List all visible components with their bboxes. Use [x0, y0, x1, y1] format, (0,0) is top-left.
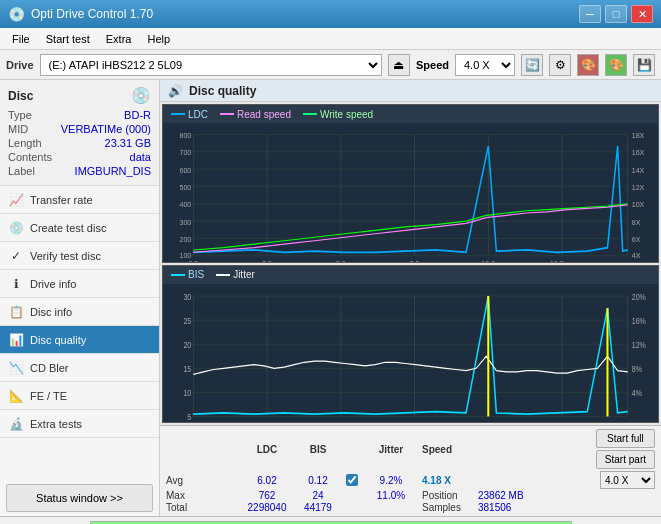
svg-text:6X: 6X — [632, 234, 641, 244]
sidebar-item-transfer-rate[interactable]: 📈 Transfer rate — [0, 186, 159, 214]
sidebar-item-create-test-disc[interactable]: 💿 Create test disc — [0, 214, 159, 242]
svg-text:10X: 10X — [632, 200, 645, 210]
fe-te-label: FE / TE — [30, 390, 67, 402]
sidebar-item-drive-info[interactable]: ℹ Drive info — [0, 270, 159, 298]
svg-text:12%: 12% — [632, 340, 646, 350]
settings-button[interactable]: ⚙ — [549, 54, 571, 76]
svg-text:500: 500 — [179, 182, 191, 192]
chart-icon: 🔊 — [168, 84, 183, 98]
disc-quality-icon: 📊 — [8, 333, 24, 347]
chart2: BIS Jitter — [162, 265, 659, 424]
chart2-legend: BIS Jitter — [163, 266, 658, 284]
menu-help[interactable]: Help — [139, 31, 178, 47]
contents-value: data — [130, 151, 151, 163]
jitter-legend-label: Jitter — [233, 269, 255, 280]
svg-text:7.5: 7.5 — [410, 420, 420, 422]
bis-legend: BIS — [171, 269, 204, 280]
ldc-header: LDC — [242, 444, 292, 455]
disc-icon: 💿 — [131, 86, 151, 105]
maximize-button[interactable]: □ — [605, 5, 627, 23]
svg-text:0.0: 0.0 — [188, 420, 198, 422]
samples-label: Samples — [422, 502, 472, 513]
drive-label: Drive — [6, 59, 34, 71]
jitter-header: Jitter — [366, 444, 416, 455]
stats-total-row: Total 2298040 44179 Samples 381506 — [166, 502, 655, 513]
progress-bar — [90, 521, 572, 525]
sidebar-item-verify-test-disc[interactable]: ✓ Verify test disc — [0, 242, 159, 270]
menu-extra[interactable]: Extra — [98, 31, 140, 47]
type-value: BD-R — [124, 109, 151, 121]
speed-right-select[interactable]: 4.0 X — [600, 471, 655, 489]
chart2-body: 30 25 20 15 10 5 20% 16% 12% 8% 4% 0.0 — [163, 284, 658, 423]
drive-info-label: Drive info — [30, 278, 76, 290]
sidebar-item-extra-tests[interactable]: 🔬 Extra tests — [0, 410, 159, 438]
color-button1[interactable]: 🎨 — [577, 54, 599, 76]
svg-text:10.0: 10.0 — [481, 420, 495, 422]
avg-speed: 4.18 X — [422, 475, 451, 486]
svg-text:18X: 18X — [632, 131, 645, 141]
sidebar-item-cd-bler[interactable]: 📉 CD Bler — [0, 354, 159, 382]
svg-text:16X: 16X — [632, 148, 645, 158]
svg-text:8X: 8X — [632, 217, 641, 227]
sidebar-item-disc-quality[interactable]: 📊 Disc quality — [0, 326, 159, 354]
menu-start-test[interactable]: Start test — [38, 31, 98, 47]
svg-text:800: 800 — [179, 131, 191, 141]
avg-label: Avg — [166, 475, 236, 486]
app-icon: 💿 — [8, 6, 25, 22]
svg-text:300: 300 — [179, 217, 191, 227]
extra-tests-label: Extra tests — [30, 418, 82, 430]
action-buttons: Start full Start part — [596, 429, 655, 469]
sidebar-item-disc-info[interactable]: 📋 Disc info — [0, 298, 159, 326]
stats-avg-row: Avg 6.02 0.12 9.2% 4.18 X 4.0 X — [166, 471, 655, 489]
total-label: Total — [166, 502, 236, 513]
stats-headers: LDC BIS Jitter Speed Start full Start pa… — [166, 429, 655, 469]
drive-select[interactable]: (E:) ATAPI iHBS212 2 5L09 — [40, 54, 382, 76]
status-window-button[interactable]: Status window >> — [6, 484, 153, 512]
sidebar: Disc 💿 Type BD-R MID VERBATIMe (000) Len… — [0, 80, 160, 516]
minimize-button[interactable]: ─ — [579, 5, 601, 23]
svg-text:2.5: 2.5 — [262, 420, 272, 422]
start-part-button[interactable]: Start part — [596, 450, 655, 469]
samples-value: 381506 — [478, 502, 655, 513]
total-bis: 44179 — [298, 502, 338, 513]
speed-select[interactable]: 4.0 X 1.0 X 2.0 X 8.0 X — [455, 54, 515, 76]
status-bar: Test completed 100.0% 33:15 — [0, 516, 661, 524]
save-button[interactable]: 💾 — [633, 54, 655, 76]
extra-tests-icon: 🔬 — [8, 417, 24, 431]
speed-label: Speed — [416, 59, 449, 71]
avg-ldc: 6.02 — [242, 475, 292, 486]
max-label: Max — [166, 490, 236, 501]
svg-text:12.5: 12.5 — [550, 420, 564, 422]
disc-quality-label: Disc quality — [30, 334, 86, 346]
svg-text:8%: 8% — [632, 364, 642, 374]
eject-button[interactable]: ⏏ — [388, 54, 410, 76]
ldc-legend: LDC — [171, 109, 208, 120]
write-speed-label: Write speed — [320, 109, 373, 120]
refresh-button[interactable]: 🔄 — [521, 54, 543, 76]
svg-text:0.0: 0.0 — [188, 259, 198, 262]
jitter-checkbox[interactable] — [346, 474, 358, 486]
stats-max-row: Max 762 24 11.0% Position 23862 MB — [166, 490, 655, 501]
close-button[interactable]: ✕ — [631, 5, 653, 23]
menu-file[interactable]: File — [4, 31, 38, 47]
content-area: 🔊 Disc quality LDC Read speed — [160, 80, 661, 516]
read-speed-legend: Read speed — [220, 109, 291, 120]
start-full-button[interactable]: Start full — [596, 429, 655, 448]
main-layout: Disc 💿 Type BD-R MID VERBATIMe (000) Len… — [0, 80, 661, 516]
speed-display-right: 4.0 X — [478, 471, 655, 489]
svg-text:7.5: 7.5 — [410, 259, 420, 262]
svg-text:200: 200 — [179, 234, 191, 244]
max-jitter: 11.0% — [366, 490, 416, 501]
svg-text:5.0: 5.0 — [336, 259, 346, 262]
svg-text:15: 15 — [183, 364, 191, 374]
mid-value: VERBATIMe (000) — [61, 123, 151, 135]
svg-text:5.0: 5.0 — [336, 420, 346, 422]
bis-legend-label: BIS — [188, 269, 204, 280]
sidebar-item-fe-te[interactable]: 📐 FE / TE — [0, 382, 159, 410]
window-controls: ─ □ ✕ — [579, 5, 653, 23]
fe-te-icon: 📐 — [8, 389, 24, 403]
cd-bler-icon: 📉 — [8, 361, 24, 375]
color-button2[interactable]: 🎨 — [605, 54, 627, 76]
avg-bis: 0.12 — [298, 475, 338, 486]
total-ldc: 2298040 — [242, 502, 292, 513]
